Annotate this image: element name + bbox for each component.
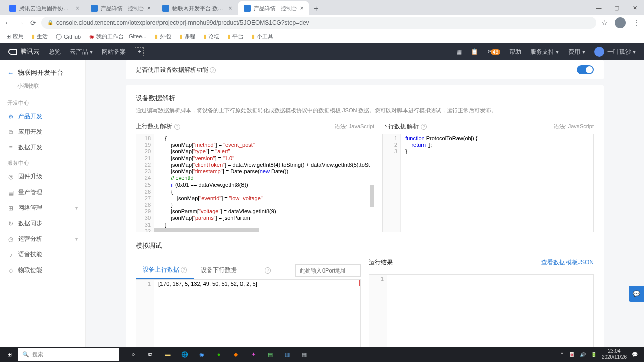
back-icon[interactable]: ← bbox=[7, 69, 14, 77]
view-json-link[interactable]: 查看数据模板JSON bbox=[541, 258, 594, 267]
star-icon[interactable]: ☆ bbox=[601, 19, 608, 27]
bookmark-item[interactable]: ▮小工具 bbox=[252, 33, 273, 40]
close-icon[interactable]: × bbox=[147, 5, 151, 12]
app-icon[interactable]: ◉ bbox=[193, 347, 210, 362]
billing-link[interactable]: 费用 ▾ bbox=[568, 48, 585, 56]
reload-icon[interactable]: ⟳ bbox=[30, 19, 36, 27]
info-icon[interactable]: ? bbox=[181, 267, 187, 273]
cloud-icon bbox=[8, 49, 17, 55]
browser-tab-3[interactable]: 产品详情 - 控制台 × bbox=[238, 1, 309, 15]
app-icon[interactable]: ◆ bbox=[227, 347, 245, 362]
sidebar-item-network[interactable]: ⊞网络管理▾ bbox=[0, 200, 85, 216]
help-link[interactable]: 帮助 bbox=[509, 48, 521, 56]
cloud-header: 腾讯云 总览 云产品 ▾ 网站备案 + ▦ 📋 ✉46 帮助 服务支持 ▾ 费用… bbox=[0, 43, 644, 60]
cortana-icon[interactable]: ○ bbox=[125, 347, 142, 362]
browser-tab-2[interactable]: 物联网开发平台 数据模板协议 - × bbox=[157, 1, 237, 15]
sidebar-item-firmware[interactable]: ◎固件升级 bbox=[0, 169, 85, 185]
sidebar-item-iot-enable[interactable]: ◇物联使能 bbox=[0, 262, 85, 278]
taskbar-search[interactable]: 🔍 搜索 bbox=[18, 348, 119, 361]
parse-toggle[interactable] bbox=[577, 65, 594, 74]
tencent-logo[interactable]: 腾讯云 bbox=[8, 47, 40, 56]
tab-device-down[interactable]: 设备下行数据 bbox=[194, 262, 244, 279]
forward-icon[interactable]: → bbox=[17, 19, 24, 27]
doc-icon[interactable]: 📋 bbox=[471, 48, 478, 55]
support-link[interactable]: 服务支持 ▾ bbox=[530, 48, 559, 56]
menu-icon[interactable]: ⋮ bbox=[633, 19, 640, 27]
sidebar-item-analytics[interactable]: ◷运营分析▾ bbox=[0, 231, 85, 247]
bookmark-item[interactable]: ◉ 我的工作台 - Gitee... bbox=[89, 33, 146, 40]
lock-icon: 🔒 bbox=[47, 20, 53, 25]
new-tab-button[interactable]: + bbox=[310, 2, 323, 15]
sidebar-item-app-dev[interactable]: ⧉应用开发 bbox=[0, 124, 85, 140]
user-menu[interactable]: 一叶孤沙 ▾ bbox=[594, 47, 636, 57]
browser-tab-0[interactable]: 腾讯云通用固件协议V1.0 - 飞书 × bbox=[4, 1, 85, 15]
info-icon[interactable]: ? bbox=[174, 124, 180, 130]
minimize-button[interactable]: — bbox=[590, 0, 608, 15]
close-icon[interactable]: × bbox=[300, 5, 304, 12]
browser-tab-1[interactable]: 产品详情 - 控制台 × bbox=[86, 1, 156, 15]
up-parser-editor[interactable]: 18 19 20 21 22 23 24 25 26 27 28 29 30 3… bbox=[136, 134, 374, 232]
bookmark-item[interactable]: ▮外包 bbox=[155, 33, 171, 40]
lang-label: 语法: JavaScript bbox=[335, 123, 374, 130]
error-marker bbox=[359, 280, 360, 286]
taskview-icon[interactable]: ⧉ bbox=[142, 347, 159, 362]
start-button[interactable]: ⊞ bbox=[0, 347, 18, 362]
url-input[interactable]: 🔒 console.cloud.tencent.com/iotexplorer/… bbox=[41, 17, 596, 29]
h-scrollbar[interactable] bbox=[154, 228, 259, 232]
chevron-down-icon: ▾ bbox=[75, 205, 78, 211]
info-icon[interactable]: ? bbox=[210, 67, 216, 73]
main-content: 是否使用设备数据解析功能 ? 设备数据解析 通过编写数据解析脚本，将设备的上下行… bbox=[86, 60, 644, 362]
profile-avatar[interactable] bbox=[615, 17, 626, 28]
sidebar-section: 服务中心 bbox=[0, 155, 85, 169]
sidebar-item-product-dev[interactable]: ⚙产品开发 bbox=[0, 109, 85, 124]
chat-fab[interactable]: 💬 bbox=[629, 286, 644, 302]
tab-device-up[interactable]: 设备上行数据 ? bbox=[136, 261, 194, 279]
explorer-icon[interactable]: ▬ bbox=[159, 347, 176, 362]
down-parser-editor[interactable]: 1 2 3 function ProtocolToRaw(obj) { retu… bbox=[382, 134, 594, 232]
taskbar-clock[interactable]: 23:04 2020/11/26 bbox=[602, 348, 627, 360]
back-icon[interactable]: ← bbox=[4, 19, 11, 27]
wechat-icon[interactable]: ● bbox=[210, 347, 227, 362]
nav-beian[interactable]: 网站备案 bbox=[102, 48, 126, 56]
sidebar-title[interactable]: ← 物联网开发平台 bbox=[0, 65, 85, 80]
info-icon[interactable]: ? bbox=[421, 124, 427, 130]
window-controls: — ▢ ✕ bbox=[590, 0, 644, 15]
sidebar-item-data-dev[interactable]: ≡数据开发 bbox=[0, 140, 85, 155]
app-icon[interactable]: ▦ bbox=[296, 347, 313, 362]
apps-icon[interactable]: ▦ bbox=[456, 48, 462, 55]
app-icon[interactable]: ▤ bbox=[262, 347, 279, 362]
chrome-icon[interactable]: 🌐 bbox=[176, 347, 193, 362]
bookmark-item[interactable]: ◯ GitHub bbox=[56, 33, 81, 40]
apps-button[interactable]: ⊞ 应用 bbox=[6, 33, 24, 40]
notifications-icon[interactable]: 💬 bbox=[632, 352, 638, 357]
mail-icon[interactable]: ✉46 bbox=[488, 48, 500, 55]
nav-overview[interactable]: 总览 bbox=[49, 48, 61, 56]
port-input[interactable] bbox=[295, 264, 361, 277]
add-nav-button[interactable]: + bbox=[135, 47, 144, 56]
close-button[interactable]: ✕ bbox=[626, 0, 644, 15]
sidebar-item-production[interactable]: ▤量产管理 bbox=[0, 185, 85, 200]
app-icon[interactable]: ✦ bbox=[245, 347, 262, 362]
battery-icon[interactable]: 🔋 bbox=[591, 352, 597, 357]
avatar bbox=[594, 47, 604, 57]
app-icon[interactable]: ▥ bbox=[279, 347, 296, 362]
maximize-button[interactable]: ▢ bbox=[608, 0, 626, 15]
sidebar-item-datasync[interactable]: ↻数据同步 bbox=[0, 216, 85, 231]
bookmark-item[interactable]: ▮论坛 bbox=[203, 33, 219, 40]
bookmark-item[interactable]: ▮课程 bbox=[179, 33, 195, 40]
bookmark-item[interactable]: ▮生活 bbox=[32, 33, 48, 40]
info-icon[interactable]: ? bbox=[265, 267, 271, 274]
nav-products[interactable]: 云产品 ▾ bbox=[70, 48, 93, 56]
bookmark-item[interactable]: ▮平台 bbox=[227, 33, 244, 40]
project-name[interactable]: 小强物联 bbox=[0, 80, 85, 95]
sidebar-item-voice[interactable]: ♪语音技能 bbox=[0, 247, 85, 262]
volume-icon[interactable]: 🔊 bbox=[580, 352, 586, 357]
close-icon[interactable]: × bbox=[229, 5, 232, 12]
close-icon[interactable]: × bbox=[76, 5, 79, 12]
ime-icon[interactable]: 🀄 bbox=[569, 352, 575, 357]
v-scrollbar[interactable] bbox=[370, 185, 374, 207]
lang-label: 语法: JavaScript bbox=[554, 123, 594, 130]
address-bar: ← → ⟳ 🔒 console.cloud.tencent.com/iotexp… bbox=[0, 15, 644, 30]
tray-chevron-icon[interactable]: ˄ bbox=[561, 352, 564, 357]
result-title: 运行结果 bbox=[369, 258, 393, 267]
